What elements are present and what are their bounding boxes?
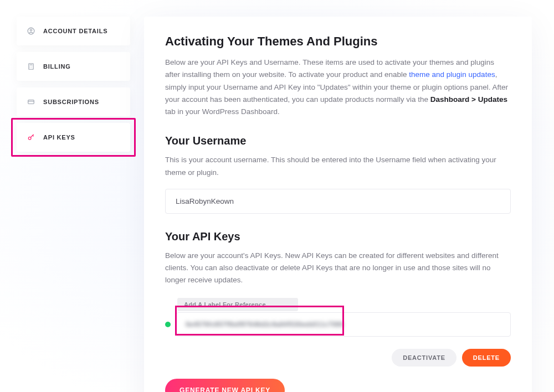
sidebar-item-account-details[interactable]: ACCOUNT DETAILS xyxy=(17,17,130,45)
api-key-actions: DEACTIVATE DELETE xyxy=(165,349,511,367)
sidebar-item-label: API KEYS xyxy=(43,134,75,141)
generate-api-key-button[interactable]: GENERATE NEW API KEY xyxy=(165,379,285,392)
apikeys-heading: Your API Keys xyxy=(165,230,511,243)
dashboard-updates-strong: Dashboard > Updates xyxy=(430,95,507,104)
theme-plugin-updates-link[interactable]: theme and plugin updates xyxy=(409,70,495,79)
sidebar-item-api-keys[interactable]: API KEYS xyxy=(17,123,130,152)
intro-paragraph: Below are your API Keys and Username. Th… xyxy=(165,56,511,118)
sidebar-item-subscriptions[interactable]: SUBSCRIPTIONS xyxy=(17,87,130,116)
main-panel: Activating Your Themes And Plugins Below… xyxy=(144,17,532,392)
username-value-box[interactable]: LisaRobynKeown xyxy=(165,189,511,214)
page-title: Activating Your Themes And Plugins xyxy=(165,34,511,49)
api-key-value: 0e4576fc857ffbdf97648d2c9a84f530eeb011c7… xyxy=(186,321,343,328)
sidebar-item-label: SUBSCRIPTIONS xyxy=(43,99,99,105)
intro-text: tab in your WordPress Dashboard. xyxy=(165,107,280,116)
username-heading: Your Username xyxy=(165,135,511,147)
svg-point-10 xyxy=(28,137,31,140)
svg-rect-8 xyxy=(28,100,34,104)
deactivate-button[interactable]: DEACTIVATE xyxy=(392,349,456,367)
sidebar: ACCOUNT DETAILS BILLING SUBSCRIPTIONS AP… xyxy=(17,17,130,392)
status-dot-active xyxy=(165,322,171,327)
key-icon xyxy=(27,133,35,142)
sidebar-item-billing[interactable]: BILLING xyxy=(17,52,130,81)
api-key-row: 0e4576fc857ffbdf97648d2c9a84f530eeb011c7… xyxy=(165,312,511,337)
username-description: This is your account username. This shou… xyxy=(165,154,511,179)
card-icon xyxy=(27,97,35,106)
calculator-icon xyxy=(27,62,35,71)
svg-point-1 xyxy=(30,29,32,32)
user-circle-icon xyxy=(27,27,35,35)
apikeys-description: Below are your account's API Keys. New A… xyxy=(165,250,511,287)
sidebar-item-label: BILLING xyxy=(43,63,71,70)
sidebar-item-label: ACCOUNT DETAILS xyxy=(43,28,107,34)
api-key-label-input[interactable]: Add A Label For Reference xyxy=(177,298,298,311)
delete-button[interactable]: DELETE xyxy=(462,349,511,367)
api-key-field[interactable]: 0e4576fc857ffbdf97648d2c9a84f530eeb011c7… xyxy=(176,312,511,337)
